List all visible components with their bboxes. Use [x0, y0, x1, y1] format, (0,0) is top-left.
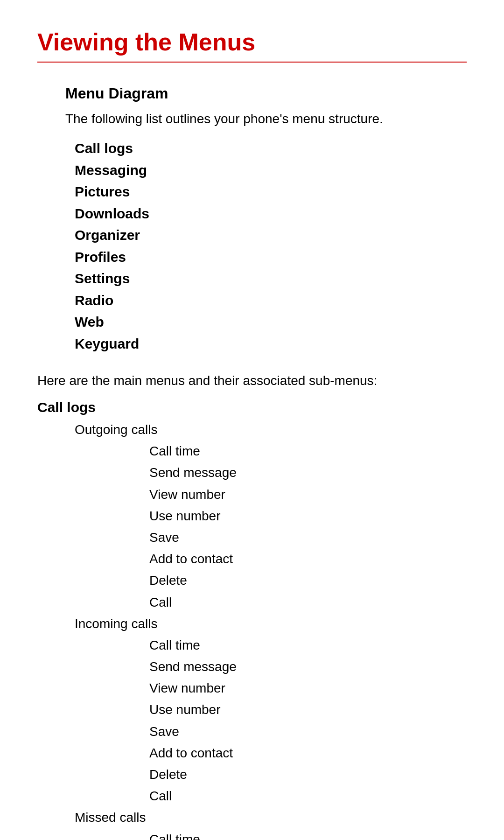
title-divider — [37, 62, 467, 63]
list-item: Delete — [149, 764, 467, 785]
list-item: Call logs — [75, 138, 467, 160]
list-item: Pictures — [75, 181, 467, 203]
list-item: Incoming calls — [75, 613, 467, 635]
primary-menu-list: Call logs Messaging Pictures Downloads O… — [75, 138, 467, 355]
outgoing-calls-children: Call time Send message View number Use n… — [149, 441, 467, 613]
list-item: Call time — [149, 829, 467, 840]
menu-diagram-heading: Menu Diagram — [65, 85, 467, 102]
list-item: Call time — [149, 441, 467, 462]
list-item: Web — [75, 311, 467, 333]
page-title: Viewing the Menus — [37, 28, 467, 56]
list-item: Use number — [149, 699, 467, 721]
list-item: Call — [149, 592, 467, 613]
list-item: Save — [149, 527, 467, 548]
list-item: Keyguard — [75, 333, 467, 355]
list-item: Organizer — [75, 224, 467, 246]
list-item: Call time — [149, 635, 467, 656]
sub-menus-intro: Here are the main menus and their associ… — [37, 373, 467, 388]
outgoing-calls-item: Outgoing calls Call time Send message Vi… — [75, 419, 467, 840]
list-item: Use number — [149, 505, 467, 527]
incoming-calls-children: Call time Send message View number Use n… — [149, 635, 467, 807]
list-item: Call — [149, 785, 467, 807]
list-item: Settings — [75, 268, 467, 290]
list-item: Save — [149, 721, 467, 742]
list-item: Outgoing calls — [75, 419, 467, 441]
list-item: Downloads — [75, 203, 467, 225]
menu-diagram-intro: The following list outlines your phone's… — [65, 112, 467, 126]
list-item: Radio — [75, 290, 467, 312]
list-item: Messaging — [75, 160, 467, 182]
list-item: Send message — [149, 656, 467, 678]
missed-calls-children: Call time Send message View number Use n… — [149, 829, 467, 840]
list-item: Add to contact — [149, 742, 467, 764]
list-item: Profiles — [75, 246, 467, 268]
list-item: Missed calls — [75, 807, 467, 828]
list-item: Send message — [149, 462, 467, 483]
call-logs-heading: Call logs — [37, 399, 467, 415]
list-item: View number — [149, 678, 467, 699]
list-item: Add to contact — [149, 548, 467, 570]
list-item: View number — [149, 484, 467, 505]
list-item: Delete — [149, 570, 467, 591]
